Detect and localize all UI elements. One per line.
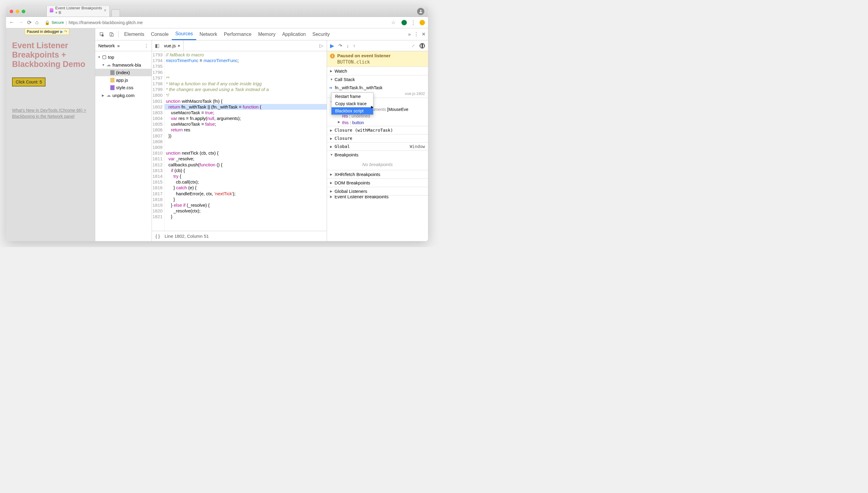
ctx-restart-frame[interactable]: Restart frame <box>331 93 373 100</box>
url-input[interactable]: 🔒 Secure | https://framework-blackboxing… <box>42 18 398 26</box>
tree-domain[interactable]: ▼☁framework-bla <box>95 61 152 69</box>
home-button[interactable]: ⌂ <box>35 19 39 26</box>
watch-section[interactable]: ▶Watch <box>327 67 428 75</box>
step-out-button[interactable]: ↑ <box>353 43 356 48</box>
reload-button[interactable]: ⟳ <box>27 19 31 26</box>
ctx-copy-stack-trace[interactable]: Copy stack trace <box>331 100 373 107</box>
stack-location[interactable]: vue.js:1802 <box>405 91 425 96</box>
url-text: https://framework-blackboxing.glitch.me <box>69 20 143 25</box>
ctx-blackbox-script[interactable]: Blackbox script <box>331 107 373 114</box>
breakpoints-section[interactable]: ▼Breakpoints <box>327 151 428 159</box>
callstack-section[interactable]: ▼Call Stack <box>327 75 428 84</box>
extension-icon[interactable] <box>402 20 407 25</box>
deactivate-breakpoints-button[interactable]: ⟋ <box>411 43 415 48</box>
editor-file-tab[interactable]: vue.js × <box>161 40 183 51</box>
svg-rect-3 <box>111 34 113 36</box>
closure2-section[interactable]: ▶Closure <box>327 134 428 142</box>
menu-icon[interactable]: ⋮ <box>411 19 416 26</box>
favicon-icon <box>50 8 53 12</box>
window-icon: ▢ <box>102 54 106 60</box>
close-window-button[interactable] <box>9 9 13 13</box>
minimize-window-button[interactable] <box>16 9 19 13</box>
tree-domain-unpkg[interactable]: ▶☁unpkg.com <box>95 91 152 99</box>
paused-in-debugger-pill: Paused in debugger ▶ ↷ <box>25 28 69 35</box>
pause-label: Paused in debugger <box>27 29 59 34</box>
cursor-icon: ➤ <box>370 105 374 109</box>
devtools-tab-performance[interactable]: Performance <box>221 28 255 40</box>
pretty-print-icon[interactable]: { } <box>155 234 160 239</box>
page-title: Event Listener Breakpoints + Blackboxing… <box>12 41 89 69</box>
pause-subtitle: BUTTON.click <box>337 59 391 65</box>
navigator-tab[interactable]: Network <box>98 43 115 48</box>
debugger-pane: ▶ ↷ ↓ ↑ ⟋ ❚❚ i Paused on event listener … <box>327 40 428 241</box>
svg-point-0 <box>420 10 421 12</box>
devtools-tab-console[interactable]: Console <box>148 28 172 40</box>
devtools-tab-elements[interactable]: Elements <box>121 28 148 40</box>
bookmark-star-icon[interactable]: ☆ <box>391 20 395 25</box>
editor-file-name: vue.js <box>164 43 176 48</box>
devtools-panel: ElementsConsoleSourcesNetworkPerformance… <box>95 28 428 241</box>
stack-frame[interactable]: ➔ fn._withTask.fn._withTask <box>327 84 428 91</box>
resume-button[interactable]: ▶ <box>330 42 334 49</box>
devtools-tab-memory[interactable]: Memory <box>255 28 279 40</box>
page-viewport: Paused in debugger ▶ ↷ Event Listener Br… <box>6 28 95 241</box>
browser-tab[interactable]: Event Listener Breakpoints + B × <box>46 6 110 17</box>
run-snippet-icon[interactable]: ▷ <box>317 43 325 48</box>
browser-window: Event Listener Breakpoints + B × ← → ⟳ ⌂… <box>6 6 428 241</box>
new-tab-button[interactable] <box>111 9 120 17</box>
maximize-window-button[interactable] <box>22 9 25 13</box>
devtools-tab-security[interactable]: Security <box>309 28 333 40</box>
info-icon: i <box>330 53 335 59</box>
file-index[interactable]: (index) <box>95 69 152 76</box>
close-devtools-icon[interactable]: ✕ <box>421 31 426 37</box>
file-style-css[interactable]: style.css <box>95 84 152 91</box>
resume-icon[interactable]: ▶ <box>60 29 63 34</box>
close-file-icon[interactable]: × <box>177 43 180 48</box>
tree-top[interactable]: ▼▢top <box>95 53 152 61</box>
forward-button[interactable]: → <box>18 19 23 26</box>
scope-this[interactable]: ▶this: button <box>327 119 428 126</box>
file-app-js[interactable]: app.js <box>95 76 152 84</box>
devtools-menu-icon[interactable]: ⋮ <box>414 31 419 37</box>
no-breakpoints-label: No breakpoints <box>327 159 428 170</box>
click-count-button[interactable]: Click Count: 5 <box>12 78 45 86</box>
docs-link[interactable]: What's New In DevTools (Chrome 66) > Bla… <box>12 108 89 119</box>
cloud-icon: ☁ <box>106 62 111 67</box>
global-listeners-section[interactable]: ▶Global Listeners <box>327 187 428 195</box>
devtools-tab-application[interactable]: Application <box>279 28 309 40</box>
code-editor[interactable]: 1793179417951796179717981799180018011802… <box>152 51 327 231</box>
dom-breakpoints-section[interactable]: ▶DOM Breakpoints <box>327 179 428 187</box>
devtools-tab-network[interactable]: Network <box>196 28 221 40</box>
pause-reason: i Paused on event listener BUTTON.click <box>327 51 428 67</box>
editor-pane: ◧ vue.js × ▷ 179317941795179617971798179… <box>152 40 327 241</box>
devtools-tab-sources[interactable]: Sources <box>172 28 196 40</box>
css-file-icon <box>110 85 114 90</box>
xhr-breakpoints-section[interactable]: ▶XHR/fetch Breakpoints <box>327 170 428 178</box>
closure1-section[interactable]: ▶Closure (withMacroTask) <box>327 126 428 134</box>
context-menu: Restart frame Copy stack trace Blackbox … <box>331 92 373 115</box>
window-controls <box>9 9 25 13</box>
global-section[interactable]: ▶GlobalWindow <box>327 143 428 150</box>
event-listener-bp-section[interactable]: ▶Event Listener Breakpoints <box>327 196 428 198</box>
pause-on-exceptions-button[interactable]: ❚❚ <box>419 43 425 48</box>
warning-icon[interactable] <box>419 20 425 25</box>
inspect-element-icon[interactable] <box>97 30 106 39</box>
editor-nav-icon[interactable]: ◧ <box>153 43 161 48</box>
editor-status-bar: { } Line 1802, Column 51 <box>152 231 327 241</box>
step-over-button[interactable]: ↷ <box>339 43 342 48</box>
step-icon[interactable]: ↷ <box>64 29 67 34</box>
pause-title: Paused on event listener <box>337 53 391 58</box>
current-frame-icon: ➔ <box>329 85 332 90</box>
titlebar: Event Listener Breakpoints + B × <box>6 6 428 17</box>
cloud-icon: ☁ <box>106 92 111 98</box>
step-into-button[interactable]: ↓ <box>347 43 349 48</box>
device-toggle-icon[interactable] <box>107 30 116 39</box>
more-tabs-icon[interactable]: » <box>408 31 411 37</box>
navigator-more-icon[interactable]: » <box>117 43 120 48</box>
close-tab-icon[interactable]: × <box>104 8 106 12</box>
secure-label: Secure <box>51 20 64 25</box>
account-icon[interactable] <box>417 8 425 15</box>
back-button[interactable]: ← <box>9 19 15 26</box>
js-file-icon <box>110 78 114 83</box>
navigator-menu-icon[interactable]: ⋮ <box>144 43 149 48</box>
